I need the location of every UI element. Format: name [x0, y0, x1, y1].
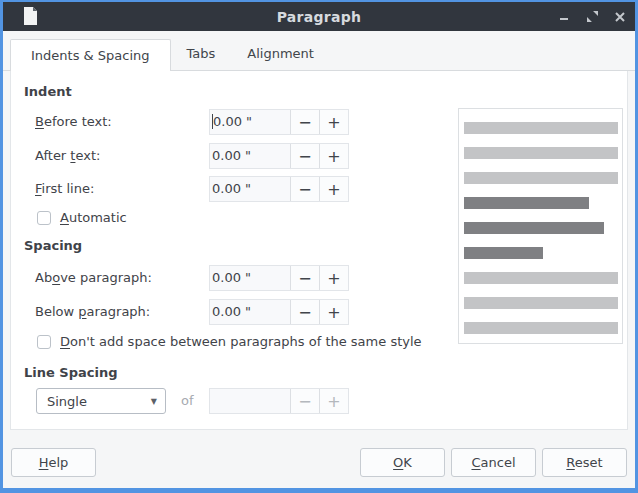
cancel-button[interactable]: Cancel: [451, 448, 536, 477]
preview-text-bar: [464, 297, 618, 309]
first-line-decrement-button[interactable]: −: [290, 177, 319, 201]
paragraph-dialog: Paragraph Indents & Spacing Tabs Alignme…: [0, 0, 638, 493]
paragraph-preview: [458, 108, 623, 344]
close-icon[interactable]: [613, 10, 627, 24]
same-style-checkbox-row: Don't add space between paragraphs of th…: [37, 334, 422, 349]
line-spacing-heading: Line Spacing: [24, 365, 118, 380]
tab-indents-and-spacing[interactable]: Indents & Spacing: [10, 39, 171, 71]
same-style-label: Don't add space between paragraphs of th…: [60, 334, 422, 349]
below-paragraph-input[interactable]: 0.00 ": [210, 300, 290, 324]
automatic-checkbox[interactable]: [37, 211, 51, 225]
before-text-label: Before text:: [35, 114, 112, 129]
line-spacing-value-input: [210, 389, 290, 413]
below-paragraph-spinbox: 0.00 " − +: [209, 299, 349, 325]
below-paragraph-decrement-button[interactable]: −: [290, 300, 319, 324]
same-style-checkbox[interactable]: [37, 335, 51, 349]
restore-icon[interactable]: [585, 10, 599, 24]
tab-strip: Indents & Spacing Tabs Alignment: [3, 31, 635, 71]
above-paragraph-decrement-button[interactable]: −: [290, 266, 319, 290]
preview-text-bar: [464, 247, 543, 259]
ok-button[interactable]: OK: [360, 448, 445, 477]
first-line-increment-button[interactable]: +: [319, 177, 348, 201]
above-paragraph-label: Above paragraph:: [35, 270, 152, 285]
after-text-label: After text:: [35, 148, 100, 163]
of-label: of: [181, 393, 194, 408]
first-line-spinbox: 0.00 " − +: [209, 176, 349, 202]
tab-tabs[interactable]: Tabs: [171, 38, 232, 70]
after-text-spinbox: 0.00 " − +: [209, 143, 349, 169]
preview-text-bar: [464, 222, 604, 234]
automatic-checkbox-row: Automatic: [37, 210, 127, 225]
below-paragraph-increment-button[interactable]: +: [319, 300, 348, 324]
above-paragraph-spinbox: 0.00 " − +: [209, 265, 349, 291]
help-button[interactable]: Help: [11, 448, 96, 477]
window-title: Paragraph: [3, 9, 635, 25]
after-text-input[interactable]: 0.00 ": [210, 144, 290, 168]
after-text-decrement-button[interactable]: −: [290, 144, 319, 168]
tab-alignment[interactable]: Alignment: [231, 38, 330, 70]
titlebar: Paragraph: [3, 2, 635, 31]
preview-text-bar: [464, 197, 589, 209]
before-text-spinbox: 0.00 " − +: [209, 109, 349, 135]
minimize-icon[interactable]: [557, 10, 571, 24]
first-line-label: First line:: [35, 181, 94, 196]
preview-text-bar: [464, 172, 618, 184]
document-icon: [23, 6, 38, 30]
preview-text-bar: [464, 147, 618, 159]
before-text-increment-button[interactable]: +: [319, 110, 348, 134]
spacing-heading: Spacing: [24, 238, 82, 253]
chevron-down-icon: ▼: [151, 397, 157, 406]
above-paragraph-input[interactable]: 0.00 ": [210, 266, 290, 290]
line-spacing-decrement-button: −: [290, 389, 319, 413]
after-text-increment-button[interactable]: +: [319, 144, 348, 168]
above-paragraph-increment-button[interactable]: +: [319, 266, 348, 290]
before-text-input[interactable]: 0.00 ": [210, 110, 290, 134]
line-spacing-increment-button: +: [319, 389, 348, 413]
reset-button[interactable]: Reset: [542, 448, 627, 477]
line-spacing-selected: Single: [47, 394, 151, 409]
preview-text-bar: [464, 272, 618, 284]
automatic-label: Automatic: [60, 210, 127, 225]
first-line-input[interactable]: 0.00 ": [210, 177, 290, 201]
line-spacing-dropdown[interactable]: Single ▼: [36, 388, 166, 414]
line-spacing-value-spinbox: − +: [209, 388, 349, 414]
indent-heading: Indent: [24, 84, 72, 99]
below-paragraph-label: Below paragraph:: [35, 304, 150, 319]
preview-text-bar: [464, 122, 618, 134]
preview-text-bar: [464, 322, 618, 334]
before-text-decrement-button[interactable]: −: [290, 110, 319, 134]
indents-spacing-panel: Indent Before text: 0.00 " − + After tex…: [10, 71, 628, 430]
dialog-footer: Help OK Cancel Reset: [3, 430, 635, 488]
